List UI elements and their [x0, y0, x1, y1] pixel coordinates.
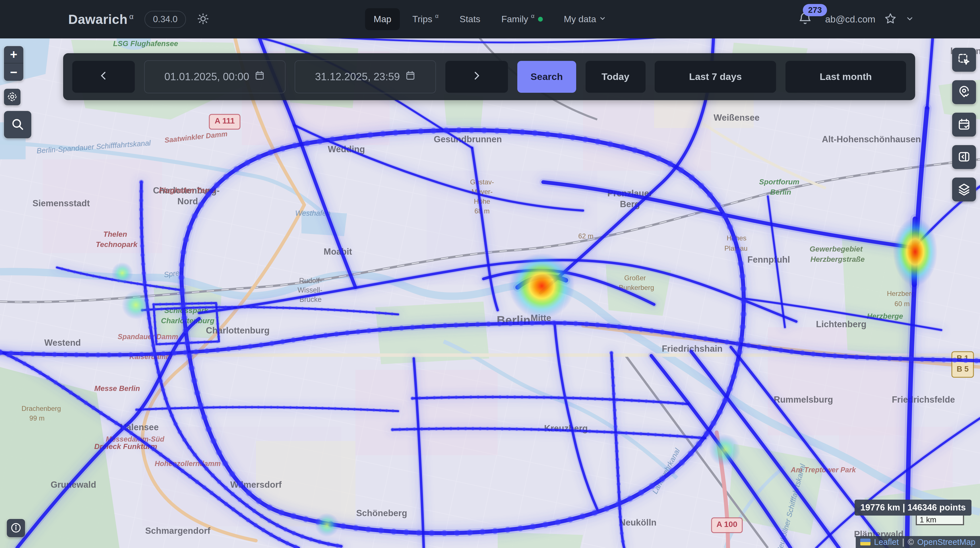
alpha-badge: α: [129, 12, 134, 21]
layers-icon: [957, 182, 971, 197]
tab-stats[interactable]: Stats: [451, 8, 489, 30]
visits-button[interactable]: [952, 80, 976, 104]
top-navbar: Dawarichα 0.34.0 Map Tripsα Stats Family…: [0, 0, 980, 38]
svg-text:A 100: A 100: [716, 520, 737, 529]
info-icon: [10, 522, 22, 535]
map-label: 99 m: [29, 414, 45, 422]
calendar-icon: [254, 70, 265, 83]
map-label: Westend: [45, 338, 81, 348]
area-select-button[interactable]: [952, 48, 976, 72]
map-search-button[interactable]: [4, 111, 31, 138]
map-label: Friedrichsfelde: [892, 395, 955, 405]
chevron-right-icon: [471, 70, 482, 84]
map-label: 60 m: [894, 300, 910, 307]
search-button[interactable]: Search: [517, 61, 576, 93]
zoom-in-button[interactable]: +: [4, 46, 23, 64]
ukraine-flag-icon: [860, 538, 870, 545]
map-label: Berlin: [770, 188, 791, 196]
map-label: Drachenberg: [22, 405, 61, 412]
end-date-input[interactable]: 31.12.2025, 23:59: [294, 61, 436, 93]
leaflet-link[interactable]: Leaflet: [874, 537, 899, 547]
notifications-button[interactable]: 273: [798, 11, 813, 27]
map-label: Messe Berlin: [94, 384, 140, 393]
minus-icon: −: [10, 65, 18, 79]
openstreetmap-link[interactable]: OpenStreetMap: [917, 537, 975, 547]
attribution-separator: |: [902, 537, 904, 547]
star-icon: [884, 12, 897, 26]
map-label: Schöneberg: [356, 508, 407, 518]
main-nav-tabs: Map Tripsα Stats Familyα My data: [365, 0, 615, 38]
plus-icon: +: [10, 48, 18, 61]
map-label: Schmargendorf: [145, 526, 210, 536]
map-label: Alt-Hohenschönhausen: [822, 134, 921, 144]
brand: Dawarichα 0.34.0: [68, 11, 209, 28]
chevron-down-icon: [599, 14, 606, 24]
map-label: Herzbergstraße: [810, 255, 865, 263]
previous-range-button[interactable]: [72, 61, 135, 93]
tab-my-data[interactable]: My data: [555, 8, 615, 30]
map-label: Fennpfuhl: [748, 255, 790, 264]
today-button[interactable]: Today: [585, 61, 646, 93]
layers-button[interactable]: [952, 178, 976, 201]
map-label: Rummelsburg: [774, 395, 833, 405]
last-month-button[interactable]: Last month: [786, 61, 906, 93]
user-menu-button[interactable]: [905, 14, 914, 24]
map-label: Spandauer Damm: [118, 333, 178, 341]
navbar-right: 273 ab@cd.com: [798, 11, 914, 27]
app-title[interactable]: Dawarichα: [68, 12, 134, 27]
online-status-dot: [538, 17, 542, 22]
map-label: Siemensstadt: [32, 198, 90, 208]
map-label: Großer: [624, 274, 646, 282]
map-label: Lichtenberg: [816, 319, 866, 329]
map-info-button[interactable]: [7, 519, 25, 537]
favorite-button[interactable]: [884, 12, 897, 26]
theme-toggle-button[interactable]: [197, 13, 209, 26]
road-shield: A 111: [209, 115, 240, 129]
map-settings-button[interactable]: [4, 89, 21, 105]
zoom-control: + −: [4, 46, 23, 81]
map-label: Gesundbrunnen: [434, 134, 502, 144]
collapse-panel-button[interactable]: [952, 145, 976, 169]
map-label: Wissell-: [298, 286, 323, 294]
notification-count-badge: 273: [803, 4, 827, 16]
map-label: Thelen: [103, 230, 127, 239]
distance-points-badge: 19776 km | 146346 points: [854, 500, 972, 516]
road-shield: A 100: [711, 518, 742, 533]
svg-text:B 5: B 5: [957, 365, 969, 373]
map-attribution: Leaflet | © OpenStreetMap: [856, 536, 980, 548]
calendar-panel-button[interactable]: [952, 113, 976, 137]
gear-icon: [6, 91, 18, 103]
map-label: Moabit: [324, 247, 352, 256]
magnifier-icon: [10, 117, 25, 132]
start-date-input[interactable]: 01.01.2025, 00:00: [144, 61, 286, 93]
calendar-check-icon: [957, 117, 971, 132]
map-label: Herzberg: [887, 290, 915, 297]
next-range-button[interactable]: [445, 61, 508, 93]
map-label: LSG Flughafensee: [113, 39, 178, 48]
map-label: Neukölln: [619, 518, 657, 527]
map-scale-bar: 1 km: [916, 516, 964, 525]
sun-icon: [197, 13, 209, 26]
tab-family[interactable]: Familyα: [493, 8, 551, 30]
date-range-toolbar: 01.01.2025, 00:00 31.12.2025, 23:59 Sear…: [63, 53, 915, 100]
map-label: 62 m: [578, 232, 593, 240]
map-label: Technopark: [96, 240, 138, 249]
map-label: Höhe: [474, 198, 490, 205]
map-label: Gustav-: [470, 178, 494, 186]
tab-trips[interactable]: Tripsα: [404, 8, 447, 30]
panel-collapse-icon: [957, 150, 971, 165]
road-shield: B 1B 5: [952, 352, 974, 377]
map-label: Charlottenburg: [161, 316, 215, 325]
area-select-icon: [957, 53, 971, 67]
user-email: ab@cd.com: [825, 14, 875, 25]
last-7-days-button[interactable]: Last 7 days: [655, 61, 776, 93]
zoom-out-button[interactable]: −: [4, 64, 23, 81]
map-pin-check-icon: [957, 85, 971, 100]
map-label: Hohenzollerndamm: [155, 459, 221, 467]
version-badge: 0.34.0: [145, 11, 186, 28]
tab-map[interactable]: Map: [365, 8, 400, 30]
svg-text:A 111: A 111: [215, 116, 235, 125]
map-label: Weißensee: [714, 113, 759, 123]
calendar-icon: [405, 70, 416, 83]
chevron-down-icon: [905, 14, 914, 24]
